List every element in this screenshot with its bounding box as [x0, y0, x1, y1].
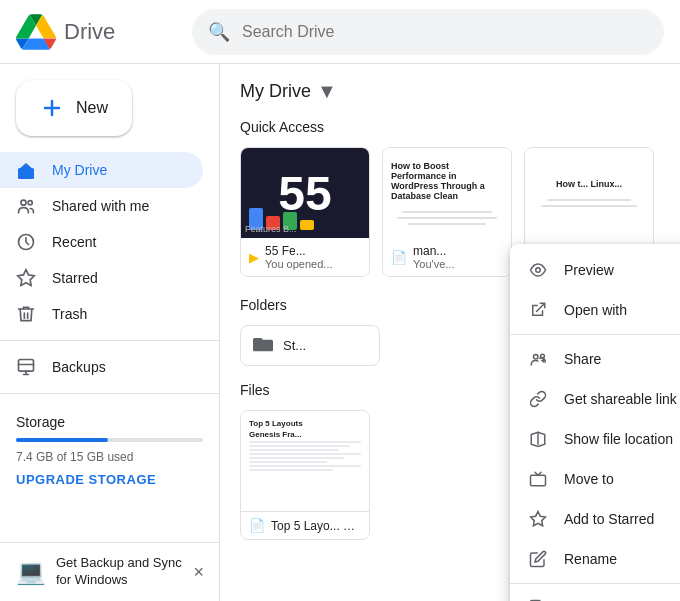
search-input[interactable]: [242, 23, 648, 41]
sidebar-item-trash[interactable]: Trash: [0, 296, 203, 332]
menu-divider-2: [510, 583, 680, 584]
doc-icon: 📄: [391, 250, 407, 265]
quick-access-title: Quick Access: [240, 119, 660, 135]
slides-icon: ▶: [249, 250, 259, 265]
file-thumb-subtitle: Genesis Fra...: [249, 430, 361, 439]
folder-name-1: St...: [283, 338, 306, 353]
storage-label: Storage: [16, 414, 203, 430]
sidebar-item-backups[interactable]: Backups: [0, 349, 203, 385]
recent-icon: [16, 232, 36, 252]
open-with-icon: [528, 300, 548, 320]
svg-point-7: [534, 355, 539, 360]
menu-item-preview[interactable]: Preview: [510, 250, 680, 290]
rename-icon: [528, 549, 548, 569]
trash-icon: [16, 304, 36, 324]
qa-doc-title-2: How to Boost Performance in WordPress Th…: [391, 161, 503, 201]
new-button-label: New: [76, 99, 108, 117]
svg-rect-11: [531, 475, 546, 486]
move-icon: [528, 469, 548, 489]
svg-marker-4: [18, 270, 35, 286]
my-drive-icon: [16, 160, 36, 180]
plus-icon: [40, 96, 64, 120]
sidebar-divider: [0, 340, 219, 341]
file-card-info-1: 📄 Top 5 Layo... Genesis Fra...: [241, 511, 369, 539]
qa-file-name-1: 55 Fe...: [265, 244, 333, 258]
menu-label-add-starred: Add to Starred: [564, 511, 680, 527]
sidebar: New My Drive Shared with me: [0, 64, 220, 601]
svg-point-2: [28, 201, 32, 205]
menu-label-get-link: Get shareable link: [564, 391, 680, 407]
sidebar-item-recent[interactable]: Recent: [0, 224, 203, 260]
file-doc-icon: 📄: [249, 518, 265, 533]
search-bar[interactable]: 🔍: [192, 9, 664, 55]
file-thumb-title: Top 5 Layouts: [249, 419, 361, 428]
menu-item-open-with[interactable]: Open with ›: [510, 290, 680, 330]
sidebar-divider-2: [0, 393, 219, 394]
menu-item-show-location[interactable]: Show file location: [510, 419, 680, 459]
menu-item-add-starred[interactable]: Add to Starred: [510, 499, 680, 539]
svg-marker-12: [531, 512, 546, 526]
svg-point-6: [536, 268, 541, 273]
quick-access-card-1[interactable]: 55 Features B... ▶ 55 Fe... You opened..…: [240, 147, 370, 277]
menu-item-share[interactable]: Share: [510, 339, 680, 379]
storage-used-text: 7.4 GB of 15 GB used: [16, 450, 203, 464]
file-name-1: Top 5 Layo... Genesis Fra...: [271, 519, 361, 533]
folder-icon: [253, 334, 273, 357]
qa-card-info-2: 📄 man... You've...: [383, 238, 511, 276]
sidebar-item-starred[interactable]: Starred: [0, 260, 203, 296]
location-icon: [528, 429, 548, 449]
menu-item-move-to[interactable]: Move to: [510, 459, 680, 499]
preview-icon: [528, 260, 548, 280]
folder-item-1[interactable]: St...: [240, 325, 380, 366]
sidebar-item-label: Trash: [52, 306, 87, 322]
menu-item-make-copy[interactable]: Make a copy: [510, 588, 680, 601]
menu-label-share: Share: [564, 351, 680, 367]
link-icon: [528, 389, 548, 409]
menu-label-move-to: Move to: [564, 471, 680, 487]
search-icon: 🔍: [208, 21, 230, 43]
backups-icon: [16, 357, 36, 377]
svg-point-1: [21, 200, 26, 205]
drive-section-header: My Drive ▼: [240, 80, 660, 103]
qa-file-sub-1: You opened...: [265, 258, 333, 270]
qa-file-name-2: man...: [413, 244, 454, 258]
file-thumb-1: Top 5 Layouts Genesis Fra...: [241, 411, 369, 511]
close-footer-button[interactable]: ×: [193, 562, 204, 583]
backup-sync-footer: 💻 Get Backup and Sync for Windows ×: [0, 542, 220, 601]
share-icon: [528, 349, 548, 369]
main-layout: New My Drive Shared with me: [0, 64, 680, 601]
app-title: Drive: [64, 19, 115, 45]
drive-dropdown-icon[interactable]: ▼: [317, 80, 337, 103]
new-button[interactable]: New: [16, 80, 132, 136]
logo-area: Drive: [16, 12, 176, 52]
menu-label-preview: Preview: [564, 262, 680, 278]
file-card-1[interactable]: Top 5 Layouts Genesis Fra... 📄 Top 5: [240, 410, 370, 540]
main-content: My Drive ▼ Quick Access 55 Features B...: [220, 64, 680, 601]
sidebar-item-label: My Drive: [52, 162, 107, 178]
qa-thumb-1: 55 Features B...: [241, 148, 369, 238]
sidebar-item-label: Shared with me: [52, 198, 149, 214]
drive-logo-icon: [16, 12, 56, 52]
computer-icon: 💻: [16, 558, 46, 586]
menu-item-get-link[interactable]: Get shareable link: [510, 379, 680, 419]
upgrade-storage-button[interactable]: UPGRADE STORAGE: [16, 472, 203, 487]
sidebar-item-shared[interactable]: Shared with me: [0, 188, 203, 224]
my-drive-title: My Drive: [240, 81, 311, 102]
backup-sync-text: Get Backup and Sync for Windows: [56, 555, 183, 589]
storage-section: Storage 7.4 GB of 15 GB used UPGRADE STO…: [0, 402, 219, 499]
sidebar-item-my-drive[interactable]: My Drive: [0, 152, 203, 188]
menu-item-rename[interactable]: Rename: [510, 539, 680, 579]
quick-access-card-2[interactable]: How to Boost Performance in WordPress Th…: [382, 147, 512, 277]
starred-icon: [16, 268, 36, 288]
qa-thumb-2: How to Boost Performance in WordPress Th…: [383, 148, 511, 238]
menu-label-rename: Rename: [564, 551, 680, 567]
sidebar-item-label: Starred: [52, 270, 98, 286]
qa-doc-title-3: How t... Linux...: [556, 179, 622, 189]
star-icon: [528, 509, 548, 529]
qa-card-info-1: ▶ 55 Fe... You opened...: [241, 238, 369, 276]
menu-divider-1: [510, 334, 680, 335]
context-menu: Preview Open with ›: [510, 244, 680, 601]
sidebar-item-label: Recent: [52, 234, 96, 250]
qa-thumb-3: How t... Linux...: [525, 148, 653, 238]
shared-icon: [16, 196, 36, 216]
